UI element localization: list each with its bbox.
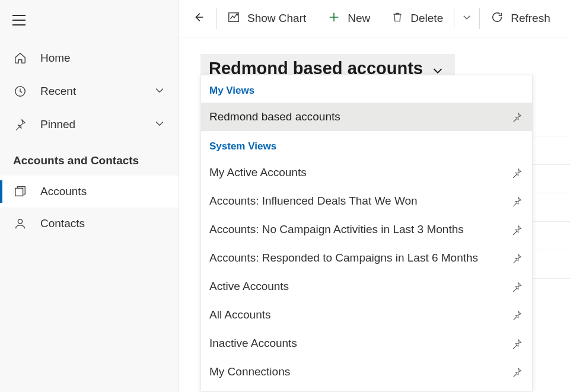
sidebar-item-contacts[interactable]: Contacts: [0, 208, 179, 240]
trash-icon: [391, 11, 403, 27]
chevron-down-icon: [154, 84, 165, 99]
view-option[interactable]: Inactive Accounts: [201, 329, 532, 358]
sidebar-item-accounts-label: Accounts: [40, 185, 87, 198]
pin-icon[interactable]: [512, 281, 523, 292]
pin-icon[interactable]: [512, 310, 523, 320]
delete-label: Delete: [410, 12, 443, 25]
sidebar-item-accounts[interactable]: Accounts: [0, 176, 179, 208]
view-selector-dropdown: My Views Redmond based accounts System V…: [200, 75, 533, 391]
pin-icon[interactable]: [512, 167, 523, 178]
hamburger-icon: [12, 14, 26, 26]
hamburger-button[interactable]: [0, 7, 179, 42]
contacts-icon: [13, 217, 27, 230]
back-button[interactable]: [181, 0, 216, 37]
system-views-header: System Views: [201, 131, 532, 158]
sidebar-section-title: Accounts and Contacts: [0, 141, 179, 176]
view-option-label: Redmond based accounts: [209, 110, 340, 123]
view-option-label: Accounts: Responded to Campaigns in Last…: [209, 251, 478, 264]
accounts-icon: [13, 185, 27, 198]
view-option[interactable]: Accounts: Influenced Deals That We Won: [201, 187, 532, 215]
view-option-label: Accounts: No Campaign Activities in Last…: [209, 223, 464, 236]
my-views-header: My Views: [201, 75, 532, 103]
view-option-label: Inactive Accounts: [209, 337, 297, 350]
view-option[interactable]: My Active Accounts: [201, 158, 532, 187]
new-label: New: [348, 12, 370, 25]
svg-point-5: [18, 219, 22, 224]
clock-icon: [13, 85, 27, 98]
view-option-label: My Active Accounts: [209, 166, 307, 179]
new-button[interactable]: New: [317, 0, 381, 37]
refresh-button[interactable]: Refresh: [480, 0, 561, 37]
nav-home-label: Home: [40, 52, 165, 65]
view-option-label: Active Accounts: [209, 280, 289, 293]
sidebar-item-contacts-label: Contacts: [40, 217, 85, 230]
pin-icon[interactable]: [512, 111, 523, 122]
view-option-label: Accounts: Influenced Deals That We Won: [209, 195, 418, 208]
chevron-down-icon: [461, 12, 472, 26]
pin-icon[interactable]: [512, 224, 523, 235]
view-option-label: My Connections: [209, 365, 290, 378]
pin-icon[interactable]: [512, 253, 523, 263]
pin-icon[interactable]: [512, 338, 523, 349]
nav-pinned[interactable]: Pinned: [0, 108, 179, 141]
view-option[interactable]: All Accounts: [201, 301, 532, 329]
show-chart-button[interactable]: Show Chart: [216, 0, 317, 37]
nav-home[interactable]: Home: [0, 42, 179, 75]
delete-button[interactable]: Delete: [381, 0, 454, 37]
show-chart-label: Show Chart: [247, 12, 306, 25]
view-option-label: All Accounts: [209, 308, 271, 321]
chevron-down-icon: [154, 117, 165, 132]
delete-split-button[interactable]: [454, 0, 479, 37]
view-option[interactable]: Accounts: Responded to Campaigns in Last…: [201, 244, 532, 272]
refresh-icon: [491, 11, 504, 27]
svg-rect-4: [15, 189, 23, 196]
plus-icon: [327, 11, 340, 27]
nav-pinned-label: Pinned: [40, 118, 154, 131]
nav-recent-label: Recent: [40, 85, 154, 98]
pin-icon: [13, 118, 27, 131]
chart-icon: [227, 11, 240, 27]
view-option[interactable]: Active Accounts: [201, 272, 532, 301]
refresh-label: Refresh: [511, 12, 550, 25]
command-bar: Show Chart New Delete: [179, 0, 570, 37]
back-arrow-icon: [192, 11, 205, 27]
nav-recent[interactable]: Recent: [0, 75, 179, 108]
pin-icon[interactable]: [512, 196, 523, 206]
view-option[interactable]: Accounts: No Campaign Activities in Last…: [201, 215, 532, 244]
home-icon: [13, 52, 27, 65]
pin-icon[interactable]: [512, 366, 523, 377]
view-option[interactable]: Redmond based accounts: [201, 103, 532, 131]
view-option[interactable]: My Connections: [201, 358, 532, 386]
sidebar: Home Recent Pinned Accounts and Contacts: [0, 0, 179, 392]
